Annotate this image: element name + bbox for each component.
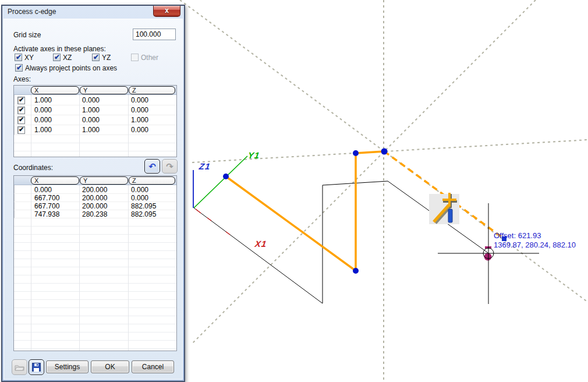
- column-separator: [79, 95, 80, 157]
- coordinate-row[interactable]: 0.000 200.000 0.000: [14, 186, 176, 194]
- save-floppy-icon: [32, 363, 41, 372]
- axis-enabled-checkbox[interactable]: [17, 126, 25, 134]
- coord-column-z[interactable]: Z: [129, 176, 175, 185]
- undo-icon: ↶: [148, 161, 156, 172]
- vertex-point-4[interactable]: [381, 148, 388, 155]
- coord-column-y[interactable]: Y: [80, 176, 128, 185]
- xy-checkbox[interactable]: [15, 54, 22, 61]
- cad-application: Z1 Y1 X1 Offset: 621.93 1369.87, 280.24,…: [0, 0, 588, 382]
- x1-axis-line: [194, 208, 323, 303]
- project-points-label: Always project points on axes: [25, 64, 117, 72]
- column-separator: [128, 185, 129, 351]
- coordinates-section-label: Coordinates:: [13, 164, 53, 172]
- axes-empty-rows: [14, 135, 176, 157]
- x1-axis-red-tick: [196, 209, 201, 213]
- redo-button[interactable]: ↷: [162, 159, 178, 174]
- xz-checkbox[interactable]: [53, 54, 61, 61]
- coordinates-table-header: X Y Z: [14, 176, 176, 185]
- column-separator: [31, 95, 31, 157]
- x1-axis-red-tick: [207, 218, 211, 221]
- existing-edge-outline: [323, 181, 488, 303]
- axes-row[interactable]: 0.000 0.000 1.000: [14, 115, 176, 125]
- snap-marker: [484, 253, 492, 261]
- vertex-point-1[interactable]: [223, 174, 229, 179]
- line-tool-cursor-badge: [429, 193, 459, 224]
- project-points-checkbox[interactable]: [15, 64, 23, 72]
- coordinate-row[interactable]: 747.938 280.238 882.095: [14, 210, 176, 218]
- axes-table-header: X Y Z: [14, 86, 176, 95]
- undo-button[interactable]: ↶: [144, 159, 160, 174]
- axes-table: X Y Z 1.000 0.000 0.000 0.000 1.000 0.00…: [13, 85, 177, 157]
- z1-axis-label: Z1: [199, 161, 211, 171]
- open-folder-icon: [15, 363, 24, 371]
- yz-checkbox[interactable]: [92, 54, 100, 61]
- coordinate-row[interactable]: 667.700 200.000 0.000: [14, 194, 176, 202]
- ok-button[interactable]: OK: [91, 360, 129, 373]
- vertex-point-2[interactable]: [353, 268, 359, 274]
- y1-axis-label: Y1: [247, 150, 261, 160]
- close-icon: x: [165, 6, 169, 15]
- axis-enabled-checkbox[interactable]: [17, 97, 25, 104]
- axes-row[interactable]: 0.000 1.000 0.000: [14, 105, 176, 115]
- planes-section-label: Activate axes in these planes:: [13, 45, 106, 53]
- construction-axis-y-dashed: [192, 0, 536, 344]
- c-edge-polyline: [226, 151, 384, 271]
- x1-axis-red-tick: [226, 232, 230, 235]
- axes-row[interactable]: 1.000 1.000 0.000: [14, 125, 176, 135]
- coord-column-x[interactable]: X: [31, 176, 79, 185]
- dialog-titlebar[interactable]: Process c-edge x: [2, 6, 184, 19]
- axis-enabled-checkbox[interactable]: [17, 107, 25, 114]
- coordinate-readout: 1369.87, 280.24, 882.10: [494, 240, 576, 250]
- coordinates-table: X Y Z 0.000 200.000 0.000 667.700 200.00…: [13, 175, 177, 351]
- offset-readout: Offset: 621.93: [494, 231, 576, 240]
- save-button[interactable]: [29, 359, 44, 375]
- axes-column-z[interactable]: Z: [129, 86, 175, 94]
- other-checkbox[interactable]: [131, 54, 139, 61]
- grid-size-label: Grid size: [13, 31, 41, 39]
- axes-column-x[interactable]: X: [31, 86, 79, 94]
- axis-enabled-checkbox[interactable]: [17, 116, 25, 124]
- x1-axis-label: X1: [254, 239, 268, 249]
- vertex-point-3[interactable]: [353, 150, 359, 156]
- column-separator: [79, 185, 80, 351]
- coordinates-empty-rows: [14, 218, 176, 351]
- dialog-content: Grid size 100.000 Activate axes in these…: [3, 19, 183, 380]
- axes-column-y[interactable]: Y: [80, 86, 128, 94]
- dialog-title: Process c-edge: [8, 8, 56, 16]
- redo-icon: ↷: [166, 161, 173, 172]
- column-separator: [31, 185, 31, 351]
- column-separator: [128, 95, 129, 157]
- settings-button[interactable]: Settings: [46, 360, 88, 373]
- cancel-button[interactable]: Cancel: [132, 360, 174, 373]
- coordinate-row[interactable]: 667.700 200.000 882.095: [14, 202, 176, 210]
- ortho-bar-icon: [448, 209, 452, 222]
- process-c-edge-dialog: Process c-edge x Grid size 100.000 Activ…: [1, 5, 185, 382]
- grid-size-input[interactable]: 100.000: [133, 29, 176, 40]
- open-button[interactable]: [12, 359, 27, 375]
- cursor-hint: Offset: 621.93 1369.87, 280.24, 882.10: [494, 231, 576, 250]
- axes-row[interactable]: 1.000 0.000 0.000: [14, 96, 176, 105]
- axes-section-label: Axes:: [13, 75, 31, 83]
- close-button[interactable]: x: [153, 6, 180, 17]
